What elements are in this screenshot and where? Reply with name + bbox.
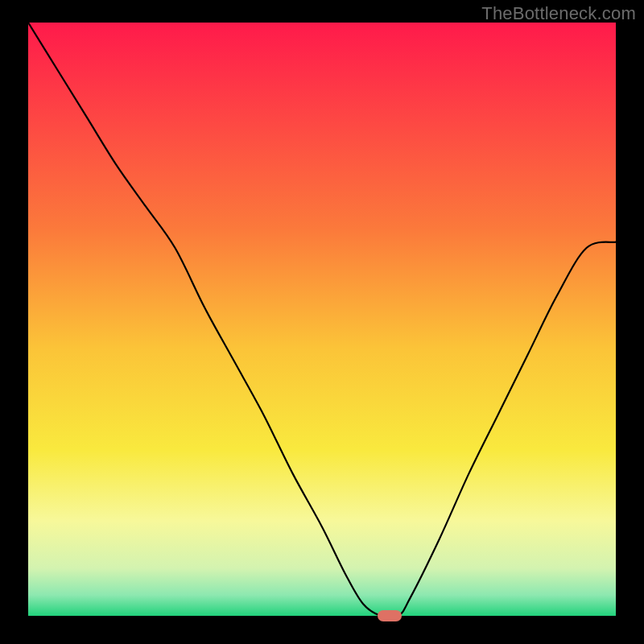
chart-frame: TheBottleneck.com <box>0 0 644 644</box>
optimal-marker <box>378 610 402 621</box>
watermark-text: TheBottleneck.com <box>481 3 636 24</box>
plot-area <box>28 23 616 616</box>
chart-svg <box>28 23 616 616</box>
